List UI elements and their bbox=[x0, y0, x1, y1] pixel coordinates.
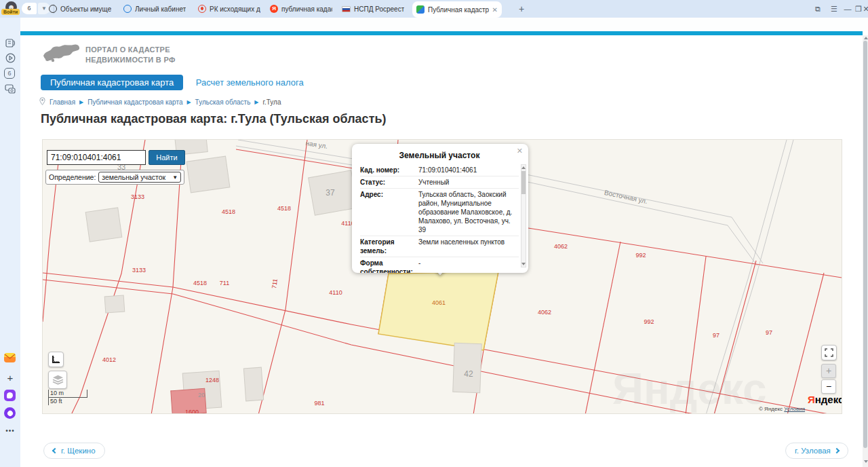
yandex-mail-icon[interactable] bbox=[4, 353, 16, 362]
popup-row: Статус:Учтенный bbox=[360, 176, 519, 188]
minimize-button[interactable]: — bbox=[842, 3, 853, 14]
browser-tab-1[interactable]: Объекты имущества - Ф bbox=[45, 0, 115, 18]
page-content: ПОРТАЛ О КАДАСТРЕ НЕДВИЖИМОСТИ В РФ Публ… bbox=[20, 35, 863, 467]
map-label: 97 bbox=[766, 329, 772, 336]
nav-tab-cadastre-map[interactable]: Публичная кадастровая карта bbox=[41, 75, 183, 90]
scroll-up-icon[interactable] bbox=[521, 166, 526, 169]
notes-icon[interactable] bbox=[4, 38, 16, 50]
layers-button[interactable] bbox=[48, 371, 67, 389]
breadcrumb-separator: ▶ bbox=[254, 99, 258, 105]
object-type-select[interactable]: земельный участок ▼ bbox=[98, 172, 181, 183]
new-tab-button[interactable]: + bbox=[515, 3, 528, 15]
alice-icon[interactable] bbox=[4, 407, 16, 419]
play-circle-icon[interactable] bbox=[4, 53, 16, 65]
browser-tab-5[interactable]: НСПД Росреестр. NSPD bbox=[338, 0, 408, 18]
measure-ruler-button[interactable] bbox=[48, 352, 64, 367]
breadcrumb-home[interactable]: Главная bbox=[50, 98, 75, 106]
popup-row: Форма собственности:- bbox=[360, 257, 519, 273]
map-attribution: © Яндекс Условия использования bbox=[759, 406, 842, 414]
filter-label: Определение: bbox=[49, 173, 96, 181]
map-label: 3133 bbox=[131, 193, 144, 200]
map-label: 1600 bbox=[185, 409, 199, 414]
docs-icon bbox=[198, 5, 206, 13]
zoom-out-button[interactable]: − bbox=[821, 379, 836, 394]
close-window-button[interactable]: ✕ bbox=[863, 3, 868, 14]
selected-parcel-4061 bbox=[378, 272, 498, 350]
pin-icon bbox=[39, 97, 45, 107]
popup-row: Категория земель:Земли населенных пункто… bbox=[360, 236, 519, 257]
map-label: 4518 bbox=[277, 205, 291, 212]
popup-scrollbar[interactable] bbox=[521, 164, 526, 267]
search-button[interactable]: Найти bbox=[149, 150, 185, 165]
yandex-messenger-icon[interactable] bbox=[4, 390, 16, 401]
popup-scroll-thumb[interactable] bbox=[521, 171, 526, 194]
scroll-down-icon[interactable] bbox=[521, 263, 526, 265]
map-label: 1248 bbox=[205, 377, 219, 384]
map-label: 4061 bbox=[432, 299, 446, 306]
zoom-controls: + − bbox=[821, 364, 836, 394]
prev-city-button[interactable]: г. Щекино bbox=[43, 443, 105, 459]
breadcrumb-separator: ▶ bbox=[79, 99, 83, 105]
parcel-info-popup: ✕ Земельный участок Кад. номер:71:09:010… bbox=[352, 144, 528, 273]
menu-icon[interactable]: ☰ bbox=[829, 3, 840, 14]
map-label: 4062 bbox=[538, 309, 551, 316]
copyright-text: © Яндекс bbox=[759, 406, 783, 412]
next-city-button[interactable]: г. Узловая bbox=[785, 443, 848, 459]
map-label: 4518 bbox=[222, 208, 235, 215]
cadastre-map-icon bbox=[416, 5, 425, 14]
account-icon bbox=[123, 5, 132, 13]
breadcrumb-region[interactable]: Тульская область bbox=[195, 98, 251, 106]
close-tab-icon[interactable]: ✕ bbox=[492, 6, 498, 14]
popup-row: Адрес:Тульская область, Заокский район, … bbox=[360, 188, 519, 236]
breadcrumb-city: г.Тула bbox=[263, 98, 281, 106]
popup-close-icon[interactable]: ✕ bbox=[517, 147, 523, 155]
map-label: 42 bbox=[464, 369, 473, 379]
map-label: 97 bbox=[713, 332, 719, 339]
page-title: Публичная кадастровая карта: г.Тула (Тул… bbox=[41, 112, 387, 126]
map-label: 711 bbox=[220, 280, 229, 286]
map-label: 3133 bbox=[132, 267, 146, 274]
zoom-in-button[interactable]: + bbox=[821, 364, 836, 378]
scroll-up-icon[interactable] bbox=[864, 37, 868, 39]
map-label: 981 bbox=[314, 400, 324, 407]
browser-tab-2[interactable]: Личный кабинет bbox=[119, 0, 190, 18]
address-bar: ← Я ik2map.roscadastres.com Публичная ка… bbox=[0, 18, 868, 31]
page-scrollbar[interactable] bbox=[863, 35, 868, 467]
object-type-filter: Определение: земельный участок ▼ bbox=[45, 170, 184, 185]
browser-tab-3[interactable]: РК исходящих документ bbox=[194, 0, 264, 18]
screenshot-tool-icon[interactable] bbox=[4, 84, 16, 96]
cadastre-search-input[interactable] bbox=[47, 150, 146, 165]
breadcrumb: Главная ▶ Публичная кадастровая карта ▶ … bbox=[39, 97, 281, 107]
map-canvas[interactable]: Яндекс 333133451845183741103133451871171… bbox=[42, 139, 842, 414]
panels-icon[interactable]: ⧉ bbox=[812, 3, 823, 14]
popup-title: Земельный участок bbox=[360, 151, 519, 160]
fullscreen-button[interactable] bbox=[821, 345, 837, 360]
site-nav: Публичная кадастровая карта Расчет земел… bbox=[41, 75, 313, 91]
breadcrumb-map[interactable]: Публичная кадастровая карта bbox=[87, 98, 182, 106]
russia-flag-icon bbox=[342, 6, 351, 12]
map-label: 992 bbox=[644, 318, 654, 325]
login-badge[interactable]: Войти bbox=[1, 9, 20, 15]
sidebar-more-icon[interactable]: ••• bbox=[4, 425, 16, 437]
browser-tab-bar: ☻ Войти 6 ▼ Объекты имущества - Ф Личный… bbox=[0, 0, 868, 18]
browser-tab-active[interactable]: Публичная кадастров ✕ bbox=[412, 1, 502, 18]
yandex-logo[interactable]: Яндекс bbox=[808, 394, 842, 405]
map-label: 711 bbox=[271, 278, 279, 289]
map-label: 37 bbox=[326, 188, 334, 198]
site-logo-russia-map[interactable] bbox=[42, 41, 81, 69]
browser-tab-4[interactable]: Я публичная кадастрова bbox=[266, 0, 336, 18]
tabs-count-icon[interactable]: 6 bbox=[4, 68, 15, 79]
nav-tab-land-tax[interactable]: Расчет земельного налога bbox=[186, 75, 313, 90]
map-label: 4110 bbox=[329, 289, 342, 296]
scroll-down-icon[interactable] bbox=[864, 460, 868, 463]
map-label: 4518 bbox=[193, 280, 207, 286]
layers-icon bbox=[52, 375, 64, 385]
tab-count[interactable]: 6 bbox=[22, 3, 37, 14]
fullscreen-icon bbox=[825, 348, 833, 357]
chevron-right-icon bbox=[834, 448, 840, 453]
globe-icon bbox=[49, 5, 57, 13]
scrollbar-thumb[interactable] bbox=[863, 41, 867, 448]
site-logo-text[interactable]: ПОРТАЛ О КАДАСТРЕ НЕДВИЖИМОСТИ В РФ bbox=[85, 45, 176, 65]
sidebar-add-icon[interactable]: + bbox=[4, 372, 16, 384]
browser-sidebar: 6 + ••• bbox=[0, 18, 20, 467]
